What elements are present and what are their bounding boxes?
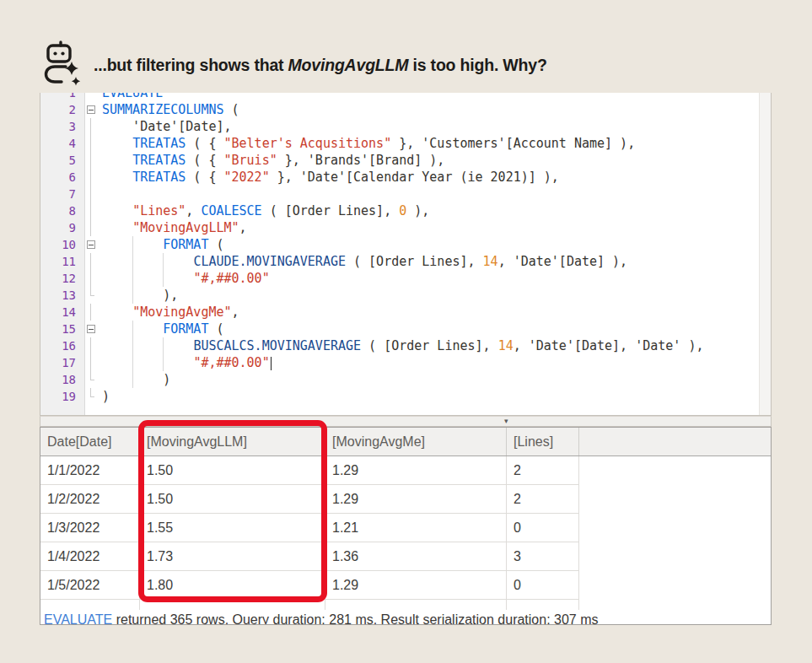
fold-guide xyxy=(84,186,98,202)
fold-guide xyxy=(84,219,98,236)
table-cell[interactable]: 1/1/2022 xyxy=(40,456,140,485)
table-row[interactable]: 1/4/20221.731.363 xyxy=(40,542,771,571)
code-line-2[interactable]: 2SUMMARIZECOLUMNS ( xyxy=(40,101,771,118)
code-area[interactable]: 1EVALUATE2SUMMARIZECOLUMNS (3 'Date'[Dat… xyxy=(40,93,771,405)
code-text: FORMAT ( xyxy=(98,236,224,253)
code-line-15[interactable]: 15 FORMAT ( xyxy=(40,321,771,337)
column-header-lines[interactable]: [Lines] xyxy=(507,428,579,455)
line-number: 14 xyxy=(40,304,84,321)
dax-code-editor[interactable]: 1EVALUATE2SUMMARIZECOLUMNS (3 'Date'[Dat… xyxy=(40,93,772,416)
fold-guide xyxy=(84,354,98,371)
table-cell-filler xyxy=(579,456,771,485)
column-header-movingavgme[interactable]: [MovingAvgMe] xyxy=(325,428,507,455)
table-cell[interactable]: 1/2/2022 xyxy=(40,485,140,514)
caption-emphasis: MovingAvgLLM xyxy=(288,56,409,74)
code-line-5[interactable]: 5 TREATAS ( { "Bruis" }, 'Brands'[Brand]… xyxy=(40,152,771,169)
code-line-13[interactable]: 13 ), xyxy=(40,287,771,304)
code-line-18[interactable]: 18 ) xyxy=(40,371,771,388)
column-header-datedate[interactable]: Date[Date] xyxy=(40,428,140,455)
table-cell[interactable]: 3 xyxy=(507,542,579,571)
code-line-8[interactable]: 8 "Lines", COALESCE ( [Order Lines], 0 )… xyxy=(40,202,771,219)
code-text: 'Date'[Date], xyxy=(98,118,232,135)
table-cell[interactable]: 1.29 xyxy=(325,485,507,514)
line-number: 4 xyxy=(40,135,84,152)
line-number: 10 xyxy=(40,236,84,253)
table-row[interactable]: 1/2/20221.501.292 xyxy=(40,485,771,514)
column-header-movingavgllm[interactable]: [MovingAvgLLM] xyxy=(140,428,325,455)
code-line-9[interactable]: 9 "MovingAvgLLM", xyxy=(40,219,771,236)
code-text: FORMAT ( xyxy=(98,321,224,337)
table-cell[interactable]: 1.29 xyxy=(325,456,507,485)
partial-cell xyxy=(40,600,140,610)
evaluate-link[interactable]: EVALUATE xyxy=(44,612,112,625)
code-line-3[interactable]: 3 'Date'[Date], xyxy=(40,118,771,135)
fold-guide xyxy=(84,337,98,354)
table-cell[interactable]: 0 xyxy=(507,514,579,542)
fold-toggle-icon[interactable] xyxy=(84,321,98,337)
fold-toggle-icon[interactable] xyxy=(84,101,98,118)
code-text: "#,##0.00" xyxy=(98,270,270,287)
fold-guide xyxy=(84,270,98,287)
line-number: 5 xyxy=(40,152,84,169)
fold-guide xyxy=(84,253,98,270)
line-number: 17 xyxy=(40,354,84,371)
code-line-11[interactable]: 11 CLAUDE.MOVINGAVERAGE ( [Order Lines],… xyxy=(40,253,771,270)
code-text: TREATAS ( { "2022" }, 'Date'[Calendar Ye… xyxy=(98,169,559,186)
table-cell[interactable]: 1.73 xyxy=(140,542,325,571)
code-text: "#,##0.00" xyxy=(98,354,272,371)
line-number: 9 xyxy=(40,219,84,236)
line-number: 19 xyxy=(40,388,84,405)
fold-guide xyxy=(84,135,98,152)
ai-robot-sparkle-icon xyxy=(40,40,81,89)
code-line-14[interactable]: 14 "MovingAvgMe", xyxy=(40,304,771,321)
line-number: 13 xyxy=(40,287,84,304)
code-line-17[interactable]: 17 "#,##0.00" xyxy=(40,354,771,371)
table-cell[interactable]: 1/3/2022 xyxy=(40,514,140,542)
table-cell[interactable]: 2 xyxy=(507,456,579,485)
code-line-7[interactable]: 7 xyxy=(40,186,771,202)
table-row[interactable]: 1/5/20221.801.290 xyxy=(40,571,771,600)
line-number: 7 xyxy=(40,186,84,202)
code-text: TREATAS ( { "Belter's Acqusitions" }, 'C… xyxy=(98,135,635,152)
splitter-collapse-icon[interactable]: ▾ xyxy=(504,416,508,426)
table-cell-filler xyxy=(579,514,771,542)
table-cell-filler xyxy=(579,485,771,514)
partial-cell xyxy=(140,600,325,610)
code-line-6[interactable]: 6 TREATAS ( { "2022" }, 'Date'[Calendar … xyxy=(40,169,771,186)
table-cell[interactable]: 1.80 xyxy=(140,571,325,600)
line-number: 2 xyxy=(40,101,84,118)
code-text: CLAUDE.MOVINGAVERAGE ( [Order Lines], 14… xyxy=(98,253,627,270)
table-cell[interactable]: 1.21 xyxy=(325,514,507,542)
table-cell[interactable]: 1/4/2022 xyxy=(40,542,140,571)
table-cell-filler xyxy=(579,542,771,571)
status-text: returned 365 rows. Query duration: 281 m… xyxy=(112,612,598,625)
query-results-grid[interactable]: Date[Date][MovingAvgLLM][MovingAvgMe][Li… xyxy=(40,427,772,625)
table-cell[interactable]: 1.36 xyxy=(325,542,507,571)
table-cell[interactable]: 1/5/2022 xyxy=(40,571,140,600)
code-line-16[interactable]: 16 BUSCALCS.MOVINGAVERAGE ( [Order Lines… xyxy=(40,337,771,354)
code-text: ) xyxy=(98,371,170,388)
table-cell[interactable]: 2 xyxy=(507,485,579,514)
table-cell-filler xyxy=(579,571,771,600)
table-cell[interactable]: 0 xyxy=(507,571,579,600)
line-number: 16 xyxy=(40,337,84,354)
code-line-12[interactable]: 12 "#,##0.00" xyxy=(40,270,771,287)
fold-toggle-icon[interactable] xyxy=(84,236,98,253)
code-text xyxy=(98,186,102,202)
editor-results-splitter[interactable]: ▾ xyxy=(40,416,772,427)
table-cell[interactable]: 1.29 xyxy=(325,571,507,600)
code-line-10[interactable]: 10 FORMAT ( xyxy=(40,236,771,253)
results-header-row: Date[Date][MovingAvgLLM][MovingAvgMe][Li… xyxy=(40,428,771,456)
table-cell[interactable]: 1.55 xyxy=(140,514,325,542)
table-row[interactable]: 1/1/20221.501.292 xyxy=(40,456,771,485)
table-cell[interactable]: 1.50 xyxy=(140,456,325,485)
table-cell[interactable]: 1.50 xyxy=(140,485,325,514)
line-number: 1 xyxy=(40,93,84,101)
column-header-filler xyxy=(579,428,771,455)
table-row[interactable]: 1/3/20221.551.210 xyxy=(40,514,771,542)
partial-cell xyxy=(325,600,507,610)
line-number: 6 xyxy=(40,169,84,186)
code-line-4[interactable]: 4 TREATAS ( { "Belter's Acqusitions" }, … xyxy=(40,135,771,152)
code-line-1[interactable]: 1EVALUATE xyxy=(40,93,771,101)
code-line-19[interactable]: 19) xyxy=(40,388,771,405)
